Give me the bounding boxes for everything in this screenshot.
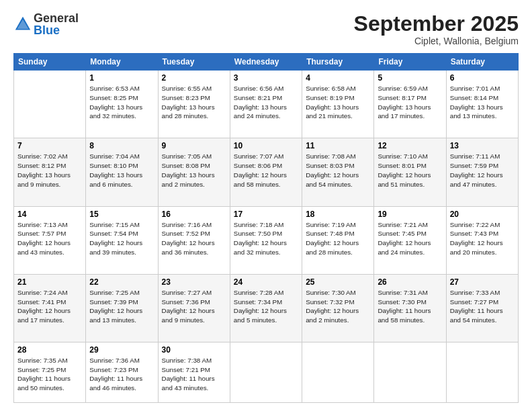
day-header-tuesday: Tuesday [158,54,230,71]
day-header-monday: Monday [86,54,158,71]
calendar-cell: 22Sunrise: 7:25 AM Sunset: 7:39 PM Dayli… [86,274,158,342]
day-info: Sunrise: 7:13 AM Sunset: 7:57 PM Dayligh… [17,220,82,257]
day-number: 17 [234,210,298,219]
day-number: 1 [89,73,154,83]
day-info: Sunrise: 7:21 AM Sunset: 7:45 PM Dayligh… [378,220,442,257]
day-number: 7 [17,141,82,150]
logo-icon [13,15,32,34]
day-number: 20 [450,210,515,219]
day-info: Sunrise: 6:58 AM Sunset: 8:19 PM Dayligh… [306,84,370,121]
day-info: Sunrise: 7:08 AM Sunset: 8:03 PM Dayligh… [306,152,370,189]
calendar-cell: 20Sunrise: 7:22 AM Sunset: 7:43 PM Dayli… [446,206,518,274]
week-row-1: 1Sunrise: 6:53 AM Sunset: 8:25 PM Daylig… [14,71,519,138]
calendar-cell: 13Sunrise: 7:11 AM Sunset: 7:59 PM Dayli… [446,138,518,206]
calendar-cell [446,342,518,403]
calendar-cell: 10Sunrise: 7:07 AM Sunset: 8:06 PM Dayli… [230,138,302,206]
day-info: Sunrise: 7:36 AM Sunset: 7:23 PM Dayligh… [89,356,154,393]
day-info: Sunrise: 7:19 AM Sunset: 7:48 PM Dayligh… [306,220,370,257]
calendar-cell: 2Sunrise: 6:55 AM Sunset: 8:23 PM Daylig… [158,71,230,138]
calendar-cell: 29Sunrise: 7:36 AM Sunset: 7:23 PM Dayli… [86,342,158,403]
calendar-cell: 9Sunrise: 7:05 AM Sunset: 8:08 PM Daylig… [158,138,230,206]
day-number: 26 [378,277,442,287]
day-number: 10 [234,141,298,150]
day-number: 4 [306,73,370,83]
calendar-cell: 21Sunrise: 7:24 AM Sunset: 7:41 PM Dayli… [14,274,86,342]
calendar-cell: 3Sunrise: 6:56 AM Sunset: 8:21 PM Daylig… [230,71,302,138]
calendar-table: SundayMondayTuesdayWednesdayThursdayFrid… [13,53,519,403]
calendar-cell: 4Sunrise: 6:58 AM Sunset: 8:19 PM Daylig… [302,71,374,138]
day-info: Sunrise: 7:28 AM Sunset: 7:34 PM Dayligh… [234,288,298,325]
calendar-cell: 16Sunrise: 7:16 AM Sunset: 7:52 PM Dayli… [158,206,230,274]
calendar-cell: 23Sunrise: 7:27 AM Sunset: 7:36 PM Dayli… [158,274,230,342]
day-number: 27 [450,277,515,287]
day-info: Sunrise: 7:01 AM Sunset: 8:14 PM Dayligh… [450,84,515,121]
page: General Blue September 2025 Ciplet, Wall… [0,0,532,411]
calendar-cell: 25Sunrise: 7:30 AM Sunset: 7:32 PM Dayli… [302,274,374,342]
day-info: Sunrise: 6:53 AM Sunset: 8:25 PM Dayligh… [89,84,154,121]
week-row-3: 14Sunrise: 7:13 AM Sunset: 7:57 PM Dayli… [14,206,519,274]
week-row-2: 7Sunrise: 7:02 AM Sunset: 8:12 PM Daylig… [14,138,519,206]
calendar-cell: 26Sunrise: 7:31 AM Sunset: 7:30 PM Dayli… [374,274,446,342]
day-number: 6 [450,73,515,83]
week-row-4: 21Sunrise: 7:24 AM Sunset: 7:41 PM Dayli… [14,274,519,342]
day-number: 14 [17,210,82,219]
calendar-cell: 5Sunrise: 6:59 AM Sunset: 8:17 PM Daylig… [374,71,446,138]
day-info: Sunrise: 7:22 AM Sunset: 7:43 PM Dayligh… [450,220,515,257]
day-number: 24 [234,277,298,287]
calendar-cell: 15Sunrise: 7:15 AM Sunset: 7:54 PM Dayli… [86,206,158,274]
calendar-header-row: SundayMondayTuesdayWednesdayThursdayFrid… [14,54,519,71]
day-number: 11 [306,141,370,150]
day-info: Sunrise: 7:05 AM Sunset: 8:08 PM Dayligh… [162,152,226,189]
day-number: 12 [378,141,442,150]
calendar-cell [230,342,302,403]
calendar-cell: 17Sunrise: 7:18 AM Sunset: 7:50 PM Dayli… [230,206,302,274]
calendar-cell: 1Sunrise: 6:53 AM Sunset: 8:25 PM Daylig… [86,71,158,138]
day-info: Sunrise: 7:11 AM Sunset: 7:59 PM Dayligh… [450,152,515,189]
week-row-5: 28Sunrise: 7:35 AM Sunset: 7:25 PM Dayli… [14,342,519,403]
day-info: Sunrise: 7:16 AM Sunset: 7:52 PM Dayligh… [162,220,226,257]
calendar-cell: 18Sunrise: 7:19 AM Sunset: 7:48 PM Dayli… [302,206,374,274]
day-info: Sunrise: 6:59 AM Sunset: 8:17 PM Dayligh… [378,84,442,121]
day-header-thursday: Thursday [302,54,374,71]
day-info: Sunrise: 7:10 AM Sunset: 8:01 PM Dayligh… [378,152,442,189]
calendar-cell: 12Sunrise: 7:10 AM Sunset: 8:01 PM Dayli… [374,138,446,206]
day-number: 2 [162,73,226,83]
day-info: Sunrise: 7:25 AM Sunset: 7:39 PM Dayligh… [89,288,154,325]
location: Ciplet, Wallonia, Belgium [354,36,519,46]
day-number: 19 [378,210,442,219]
header: General Blue September 2025 Ciplet, Wall… [13,12,519,46]
calendar-cell: 7Sunrise: 7:02 AM Sunset: 8:12 PM Daylig… [14,138,86,206]
calendar-cell [302,342,374,403]
day-number: 30 [162,345,226,355]
day-info: Sunrise: 7:38 AM Sunset: 7:21 PM Dayligh… [162,356,226,393]
day-info: Sunrise: 7:18 AM Sunset: 7:50 PM Dayligh… [234,220,298,257]
day-info: Sunrise: 7:24 AM Sunset: 7:41 PM Dayligh… [17,288,82,325]
day-info: Sunrise: 7:04 AM Sunset: 8:10 PM Dayligh… [89,152,154,189]
day-info: Sunrise: 6:56 AM Sunset: 8:21 PM Dayligh… [234,84,298,121]
day-number: 13 [450,141,515,150]
day-number: 22 [89,277,154,287]
day-info: Sunrise: 7:02 AM Sunset: 8:12 PM Dayligh… [17,152,82,189]
day-number: 21 [17,277,82,287]
day-number: 18 [306,210,370,219]
day-header-sunday: Sunday [14,54,86,71]
day-number: 9 [162,141,226,150]
calendar-cell: 30Sunrise: 7:38 AM Sunset: 7:21 PM Dayli… [158,342,230,403]
day-number: 3 [234,73,298,83]
day-header-wednesday: Wednesday [230,54,302,71]
calendar-cell: 14Sunrise: 7:13 AM Sunset: 7:57 PM Dayli… [14,206,86,274]
calendar-cell: 19Sunrise: 7:21 AM Sunset: 7:45 PM Dayli… [374,206,446,274]
day-info: Sunrise: 7:15 AM Sunset: 7:54 PM Dayligh… [89,220,154,257]
day-number: 15 [89,210,154,219]
day-number: 23 [162,277,226,287]
calendar-cell: 27Sunrise: 7:33 AM Sunset: 7:27 PM Dayli… [446,274,518,342]
day-number: 29 [89,345,154,355]
day-header-friday: Friday [374,54,446,71]
calendar-cell [14,71,86,138]
calendar-cell [374,342,446,403]
month-title: September 2025 [354,12,519,36]
day-info: Sunrise: 6:55 AM Sunset: 8:23 PM Dayligh… [162,84,226,121]
logo-general: General [34,12,79,24]
logo: General Blue [13,12,79,36]
day-info: Sunrise: 7:35 AM Sunset: 7:25 PM Dayligh… [17,356,82,393]
